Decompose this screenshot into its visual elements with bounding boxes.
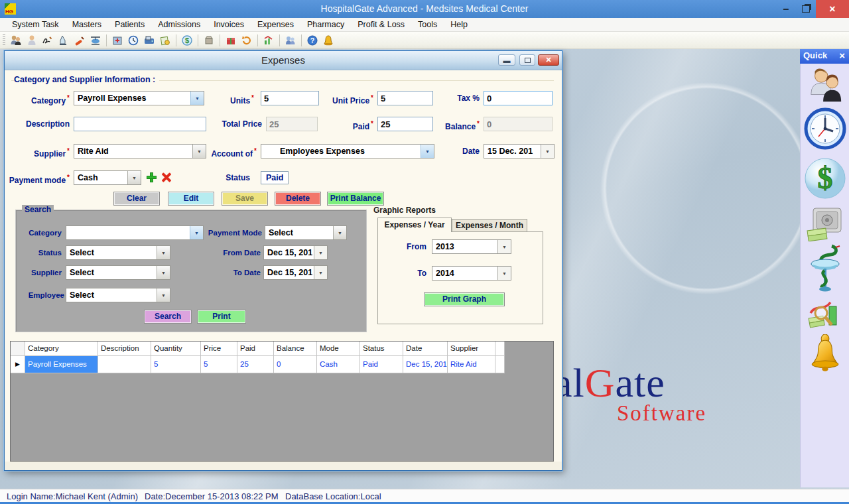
- window-close-button[interactable]: ×: [816, 0, 849, 18]
- grid-cell-description[interactable]: [98, 356, 151, 373]
- table-row[interactable]: ▶ Payroll Expenses 5 5 25 0 Cash Paid De…: [11, 356, 553, 373]
- signature-icon[interactable]: [41, 34, 54, 47]
- transport-icon[interactable]: [89, 34, 102, 47]
- grid-column-header[interactable]: Paid: [237, 342, 274, 356]
- payment-mode-combo[interactable]: Cash▼: [74, 170, 141, 185]
- dialog-titlebar[interactable]: Expenses: [5, 51, 562, 70]
- grid-cell-quantity[interactable]: 5: [151, 356, 201, 373]
- dialog-minimize-button[interactable]: ▬: [498, 54, 515, 66]
- grid-column-header[interactable]: Mode: [317, 342, 360, 356]
- grid-cell-status[interactable]: Paid: [360, 356, 403, 373]
- schedule-clock-icon[interactable]: [127, 34, 140, 47]
- grid-column-header[interactable]: Date: [403, 342, 448, 356]
- menu-tools[interactable]: Tools: [411, 18, 444, 32]
- patients-group-icon[interactable]: [9, 34, 23, 47]
- quick-panel-title: Quick: [803, 50, 827, 60]
- add-payment-mode-icon[interactable]: [147, 172, 157, 182]
- menu-system-task[interactable]: System Task: [5, 18, 66, 32]
- payments-dollar-icon[interactable]: $: [180, 34, 194, 47]
- expenses-dialog: Expenses ▬ ✕ Category and Supplier Infor…: [4, 50, 562, 471]
- row-selector-cell[interactable]: ▶: [11, 356, 25, 373]
- menu-admissions[interactable]: Admissions: [151, 18, 207, 32]
- inventory-box-icon[interactable]: [202, 34, 216, 47]
- date-picker[interactable]: 15 Dec. 201▼: [484, 144, 555, 158]
- dialog-maximize-button[interactable]: [519, 54, 535, 66]
- quick-panel-close-icon[interactable]: ×: [839, 50, 845, 61]
- menu-pharmacy[interactable]: Pharmacy: [300, 18, 351, 32]
- grid-column-header[interactable]: Balance: [274, 342, 317, 356]
- dialog-close-button[interactable]: ✕: [538, 54, 559, 66]
- undo-icon[interactable]: [240, 34, 253, 47]
- finance-dollar-icon[interactable]: $: [803, 157, 847, 203]
- hospital-icon[interactable]: [111, 34, 124, 47]
- description-input[interactable]: [74, 117, 206, 131]
- tax-input[interactable]: [484, 91, 553, 105]
- prescription-icon[interactable]: [73, 34, 86, 47]
- staff-icon[interactable]: [25, 34, 38, 47]
- chevron-down-icon: ▼: [421, 145, 434, 158]
- menu-help[interactable]: Help: [444, 18, 474, 32]
- grid-cell-supplier[interactable]: Rite Aid: [448, 356, 495, 373]
- menu-patients[interactable]: Patients: [108, 18, 151, 32]
- grid-column-header[interactable]: Category: [25, 342, 98, 356]
- menu-profit-loss[interactable]: Profit & Loss: [351, 18, 411, 32]
- lab-icon[interactable]: [57, 34, 70, 47]
- reports-chart-icon[interactable]: [262, 34, 275, 47]
- search-employee-combo[interactable]: Select▼: [66, 288, 170, 302]
- search-status-combo[interactable]: Select▼: [66, 245, 170, 260]
- grid-column-header[interactable]: Description: [98, 342, 151, 356]
- attendance-icon[interactable]: [284, 34, 297, 47]
- grid-column-header[interactable]: Status: [360, 342, 403, 356]
- billing-icon[interactable]: [159, 34, 172, 47]
- edit-button[interactable]: Edit: [168, 192, 214, 206]
- search-supplier-combo[interactable]: Select▼: [66, 265, 170, 280]
- unit-price-input[interactable]: [377, 91, 433, 105]
- category-combo[interactable]: Payroll Expenses▼: [74, 91, 204, 105]
- menu-masters[interactable]: Masters: [66, 18, 108, 32]
- window-restore-button[interactable]: [796, 0, 816, 18]
- report-analysis-icon[interactable]: [808, 298, 842, 336]
- search-payment-mode-combo[interactable]: Select▼: [265, 225, 347, 240]
- units-input[interactable]: [261, 91, 319, 105]
- supplies-gift-icon[interactable]: [224, 34, 237, 47]
- grid-cell-mode[interactable]: Cash: [317, 356, 360, 373]
- paid-input[interactable]: [377, 117, 433, 131]
- tab-expenses-year[interactable]: Expenses / Year: [377, 218, 452, 232]
- grid-cell-category[interactable]: Payroll Expenses: [25, 356, 98, 373]
- pharmacy-icon[interactable]: [809, 244, 841, 296]
- help-icon[interactable]: ?: [306, 34, 319, 47]
- search-to-date-picker[interactable]: Dec 15, 2013▼: [263, 265, 328, 280]
- safe-deposit-icon[interactable]: [807, 207, 844, 244]
- search-category-combo[interactable]: ▼: [66, 225, 204, 240]
- grid-cell-paid[interactable]: 25: [237, 356, 274, 373]
- grid-cell-date[interactable]: Dec 15, 2013: [403, 356, 448, 373]
- grid-column-header[interactable]: Price: [201, 342, 237, 356]
- users-icon[interactable]: [806, 66, 844, 107]
- menu-expenses[interactable]: Expenses: [251, 18, 300, 32]
- delete-button[interactable]: Delete: [275, 192, 321, 206]
- account-of-combo[interactable]: Employees Expenses▼: [261, 144, 434, 158]
- menu-invoices[interactable]: Invoices: [207, 18, 251, 32]
- supplier-combo[interactable]: Rite Aid▼: [74, 144, 206, 158]
- alerts-bell-icon[interactable]: [808, 334, 842, 375]
- print-balance-button[interactable]: Print Balance: [327, 192, 384, 206]
- clock-icon[interactable]: [804, 107, 846, 153]
- units-label: Units: [204, 91, 254, 105]
- window-minimize-button[interactable]: –: [776, 0, 796, 18]
- grid-column-header[interactable]: Supplier: [448, 342, 495, 356]
- graph-from-year-combo[interactable]: 2013▼: [432, 239, 511, 254]
- tab-expenses-month[interactable]: Expenses / Month: [452, 219, 527, 232]
- grid-cell-balance[interactable]: 0: [274, 356, 317, 373]
- alerts-bell-icon[interactable]: [322, 34, 335, 47]
- grid-cell-price[interactable]: 5: [201, 356, 237, 373]
- print-button[interactable]: Print: [197, 310, 246, 324]
- grid-column-header[interactable]: Quantity: [151, 342, 201, 356]
- print-graph-button[interactable]: Print Graph: [424, 292, 505, 306]
- clear-button[interactable]: Clear: [113, 192, 160, 206]
- graph-to-year-combo[interactable]: 2014▼: [432, 266, 511, 281]
- delete-payment-mode-icon[interactable]: [161, 172, 171, 182]
- search-button[interactable]: Search: [144, 310, 192, 324]
- search-from-date-picker[interactable]: Dec 15, 2013▼: [263, 245, 328, 260]
- save-button[interactable]: Save: [222, 192, 268, 206]
- fax-icon[interactable]: [143, 34, 156, 47]
